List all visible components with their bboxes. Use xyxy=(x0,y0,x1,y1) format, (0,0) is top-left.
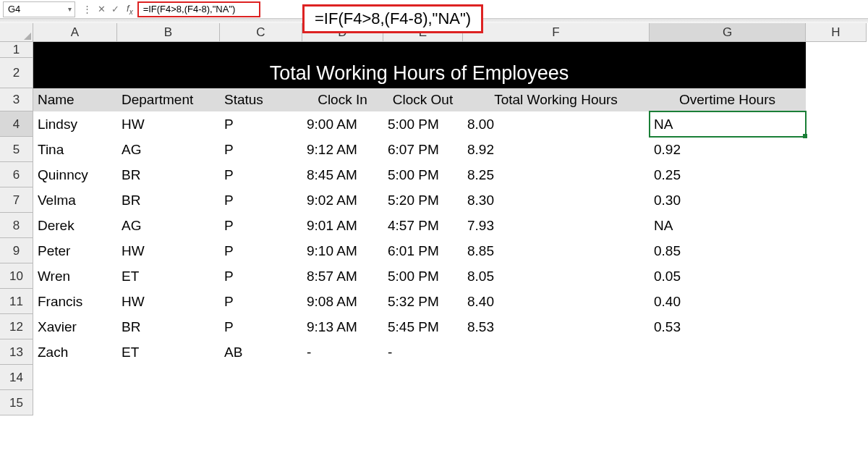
cell[interactable] xyxy=(302,365,383,390)
col-header-G[interactable]: G xyxy=(650,23,806,42)
cell[interactable]: 9:13 AM xyxy=(302,314,383,339)
cell[interactable]: P xyxy=(220,187,302,213)
cell[interactable] xyxy=(117,365,220,390)
cell[interactable]: 0.25 xyxy=(650,162,806,187)
cell[interactable]: HW xyxy=(117,111,220,137)
cell[interactable]: 5:45 PM xyxy=(383,314,463,339)
cell[interactable] xyxy=(463,339,650,365)
cell[interactable]: 6:01 PM xyxy=(383,238,463,263)
cell[interactable] xyxy=(463,365,650,390)
cell[interactable]: Quinncy xyxy=(33,162,117,187)
row-header-4[interactable]: 4 xyxy=(0,111,33,137)
cell[interactable]: P xyxy=(220,238,302,263)
row-header-14[interactable]: 14 xyxy=(0,365,33,390)
cell[interactable]: P xyxy=(220,137,302,162)
cell[interactable] xyxy=(650,365,806,390)
col-header-B[interactable]: B xyxy=(117,23,220,42)
row-header-8[interactable]: 8 xyxy=(0,213,33,238)
cell[interactable]: Velma xyxy=(33,187,117,213)
cell[interactable] xyxy=(806,213,867,238)
cell[interactable]: AG xyxy=(117,137,220,162)
cell[interactable]: Lindsy xyxy=(33,111,117,137)
cell[interactable]: Tina xyxy=(33,137,117,162)
cell[interactable]: 8.40 xyxy=(463,289,650,314)
cell[interactable]: 0.92 xyxy=(650,137,806,162)
cell[interactable]: Peter xyxy=(33,238,117,263)
cell[interactable] xyxy=(806,111,867,137)
cell[interactable]: BR xyxy=(117,187,220,213)
cell[interactable]: Francis xyxy=(33,289,117,314)
cell[interactable]: 0.05 xyxy=(650,263,806,289)
cell[interactable]: NA xyxy=(650,213,806,238)
cell[interactable]: 8:57 AM xyxy=(302,263,383,289)
cell[interactable]: 0.40 xyxy=(650,289,806,314)
cell[interactable] xyxy=(806,365,867,390)
row-header-6[interactable]: 6 xyxy=(0,162,33,187)
cell[interactable]: 8.30 xyxy=(463,187,650,213)
cell[interactable]: - xyxy=(383,339,463,365)
spreadsheet-grid[interactable]: A B C D E F G H 1 2 Total Working Hours … xyxy=(0,23,868,415)
cell[interactable]: 9:12 AM xyxy=(302,137,383,162)
cell[interactable] xyxy=(33,390,117,415)
cell[interactable] xyxy=(220,365,302,390)
name-box[interactable]: G4 ▾ xyxy=(3,1,75,17)
cell[interactable]: 5:32 PM xyxy=(383,289,463,314)
cell[interactable]: 8.85 xyxy=(463,238,650,263)
col-header-A[interactable]: A xyxy=(33,23,117,42)
confirm-icon[interactable]: ✓ xyxy=(109,4,122,14)
cell[interactable]: 9:01 AM xyxy=(302,213,383,238)
cell[interactable] xyxy=(302,390,383,415)
active-cell[interactable]: NA xyxy=(650,111,806,137)
cell[interactable]: 8.00 xyxy=(463,111,650,137)
cell[interactable]: 9:02 AM xyxy=(302,187,383,213)
cell[interactable]: 8:45 AM xyxy=(302,162,383,187)
cell[interactable]: 7.93 xyxy=(463,213,650,238)
cell[interactable]: 8.92 xyxy=(463,137,650,162)
row-header-10[interactable]: 10 xyxy=(0,263,33,289)
col-header-H[interactable]: H xyxy=(806,23,867,42)
cell[interactable]: 0.30 xyxy=(650,187,806,213)
cell[interactable]: P xyxy=(220,162,302,187)
row-header-9[interactable]: 9 xyxy=(0,238,33,263)
cell[interactable]: Derek xyxy=(33,213,117,238)
cell[interactable]: 9:00 AM xyxy=(302,111,383,137)
cell[interactable] xyxy=(806,263,867,289)
cell[interactable]: P xyxy=(220,213,302,238)
row-header-3[interactable]: 3 xyxy=(0,88,33,111)
col-header-C[interactable]: C xyxy=(220,23,302,42)
cell[interactable] xyxy=(220,390,302,415)
cell[interactable]: 6:07 PM xyxy=(383,137,463,162)
cell[interactable] xyxy=(806,390,867,415)
cell[interactable]: P xyxy=(220,263,302,289)
row-header-13[interactable]: 13 xyxy=(0,339,33,365)
cell[interactable] xyxy=(806,339,867,365)
cell[interactable] xyxy=(806,314,867,339)
cell[interactable]: 5:20 PM xyxy=(383,187,463,213)
cell[interactable]: 5:00 PM xyxy=(383,111,463,137)
cell[interactable]: BR xyxy=(117,162,220,187)
fx-icon[interactable]: fx xyxy=(122,3,136,16)
cell[interactable]: 5:00 PM xyxy=(383,162,463,187)
cell[interactable]: AG xyxy=(117,213,220,238)
cell[interactable]: ET xyxy=(117,263,220,289)
cell[interactable] xyxy=(650,390,806,415)
cell[interactable]: 8.25 xyxy=(463,162,650,187)
cell[interactable]: BR xyxy=(117,314,220,339)
row-header-5[interactable]: 5 xyxy=(0,137,33,162)
row-header-15[interactable]: 15 xyxy=(0,390,33,415)
formula-input[interactable]: =IF(F4>8,(F4-8),"NA") xyxy=(137,1,260,17)
cell[interactable]: Xavier xyxy=(33,314,117,339)
cell[interactable] xyxy=(383,365,463,390)
cell[interactable] xyxy=(806,289,867,314)
select-all-corner[interactable] xyxy=(0,23,33,42)
cell[interactable] xyxy=(463,390,650,415)
row-header-12[interactable]: 12 xyxy=(0,314,33,339)
cell[interactable] xyxy=(806,238,867,263)
cell[interactable]: HW xyxy=(117,238,220,263)
row-header-11[interactable]: 11 xyxy=(0,289,33,314)
row-header-2[interactable]: 2 xyxy=(0,58,33,88)
cell[interactable]: Zach xyxy=(33,339,117,365)
cell[interactable]: HW xyxy=(117,289,220,314)
cell[interactable]: Wren xyxy=(33,263,117,289)
cell[interactable] xyxy=(806,187,867,213)
